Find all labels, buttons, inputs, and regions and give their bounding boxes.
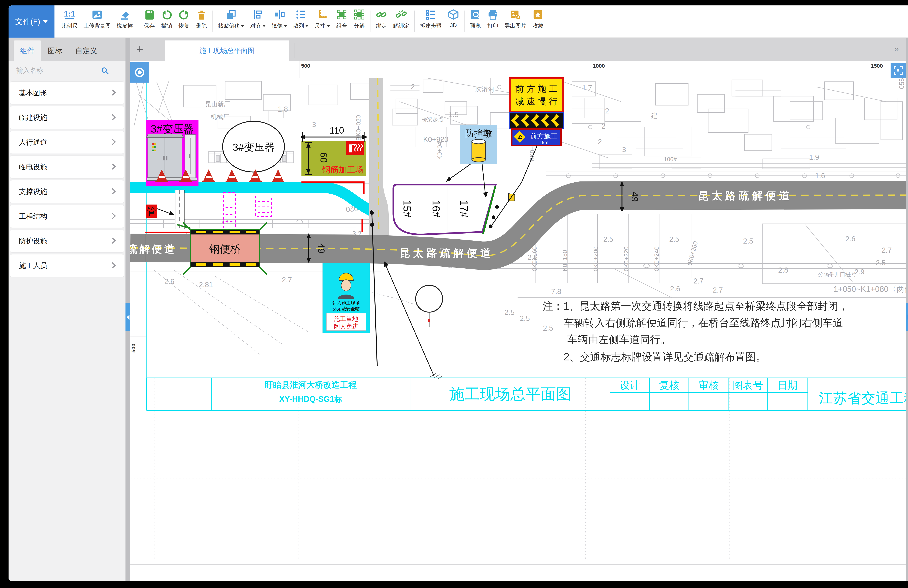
road-label-left: 疏解便道 <box>130 243 177 255</box>
chevron-right-icon <box>111 188 117 196</box>
sidebar-tab-components[interactable]: 组件 <box>14 40 41 61</box>
component-sidebar: 组件图标自定义 基本图形临建设施人行通道临电设施支撑设施工程结构防护设施施工人员 <box>8 38 126 581</box>
preview-label: 预览 <box>470 22 481 30</box>
paste-offset-button[interactable]: 粘贴偏移 <box>215 5 247 37</box>
category-工程结构[interactable]: 工程结构 <box>10 205 124 228</box>
align-button[interactable]: 对齐 <box>247 5 269 37</box>
cad-text-label: 2.5 <box>520 314 530 322</box>
collapse-left-handle[interactable] <box>126 303 130 331</box>
category-防护设施[interactable]: 防护设施 <box>10 230 124 252</box>
pipe-callout: 管 <box>146 204 175 218</box>
mirror-icon <box>274 9 285 20</box>
category-临建设施[interactable]: 临建设施 <box>10 106 124 129</box>
group-button[interactable]: 组合 <box>333 5 351 37</box>
group-icon <box>336 9 348 20</box>
upload-button[interactable]: 上传背景图 <box>80 5 114 37</box>
save-button[interactable]: 保存 <box>140 5 158 37</box>
export-button[interactable]: 导出图片 <box>502 5 529 37</box>
print-button[interactable]: 打印 <box>484 5 502 37</box>
transformer-area: 3#变压器 <box>147 120 198 186</box>
steps-icon <box>425 9 436 20</box>
steps-button[interactable]: 拆建步骤 <box>417 5 444 37</box>
ungroup-icon <box>353 9 365 20</box>
fit-view-button[interactable] <box>890 63 906 78</box>
category-施工人员[interactable]: 施工人员 <box>10 254 124 277</box>
cad-text-label: 建 <box>651 112 658 119</box>
file-menu-label: 文件(F) <box>15 16 40 27</box>
cad-text-label: K0+180 <box>561 250 568 272</box>
search-input[interactable] <box>16 63 102 79</box>
undo-button[interactable]: 撤销 <box>158 5 175 37</box>
title-header-design: 设计 <box>620 379 640 391</box>
pier-label-17: 17# <box>458 200 470 218</box>
tab-site-plan[interactable]: 施工现场总平面图 <box>165 40 289 61</box>
category-label: 支撑设施 <box>19 187 111 196</box>
cad-text-label: 2.81 <box>199 281 213 289</box>
ungroup-button[interactable]: 分解 <box>351 5 368 37</box>
sidebar-tab-icons[interactable]: 图标 <box>41 40 69 61</box>
canvas-column: + 施工现场总平面图 » <box>130 38 906 581</box>
dimension-button[interactable]: 尺寸 <box>312 5 333 37</box>
new-tab-button[interactable]: + <box>134 43 146 56</box>
toolbar-separator <box>138 11 138 32</box>
cad-text-label: 2.7 <box>713 286 723 294</box>
cad-text-label: 0K0+200 <box>592 246 599 272</box>
paste-offset-icon <box>225 9 237 20</box>
category-临电设施[interactable]: 临电设施 <box>10 156 124 178</box>
category-支撑设施[interactable]: 支撑设施 <box>10 180 124 203</box>
preview-button[interactable]: 预览 <box>467 5 484 37</box>
unbind-button[interactable]: 解绑定 <box>390 5 412 37</box>
steel-bridge-label: 钢便桥 <box>209 243 241 255</box>
eraser-button[interactable]: 橡皮擦 <box>114 5 136 37</box>
search-icon[interactable] <box>101 67 109 76</box>
scale-1-1-icon: 1:1 <box>64 9 76 20</box>
array-button[interactable]: 散列 <box>290 5 312 37</box>
pier-label-15: 15# <box>401 200 413 218</box>
save-label: 保存 <box>144 22 155 30</box>
chevron-right-icon <box>111 262 117 270</box>
dim-60-label: 60 <box>319 152 329 163</box>
transformer-ellipse: 3#变压器 <box>223 121 284 172</box>
drawing-viewport[interactable]: 昆山新厂机械厂1.832珠浴河1.5桥梁起点K0+9201.72223建106#… <box>130 61 906 564</box>
road-label-right: 昆 太 路 疏 解 便 道 <box>698 190 790 201</box>
chevron-right-icon <box>111 212 117 220</box>
dim-49-right-label: 49 <box>629 192 640 202</box>
align-icon <box>252 9 264 20</box>
target-circle-icon <box>134 67 145 78</box>
cad-text-label: K0+040 <box>436 138 443 160</box>
sign-yellow-line2: 减 速 慢 行 <box>515 96 557 106</box>
category-人行通道[interactable]: 人行通道 <box>10 131 124 154</box>
pedestrian-channel-road <box>130 187 382 215</box>
category-label: 人行通道 <box>19 137 111 147</box>
category-基本图形[interactable]: 基本图形 <box>10 82 124 104</box>
array-icon <box>295 9 307 20</box>
cad-text-label: 0K0+240 <box>653 246 660 272</box>
category-label: 施工人员 <box>19 261 111 271</box>
fit-corners-icon <box>893 65 903 76</box>
cad-text-label: 2.7 <box>282 276 292 284</box>
favorite-button[interactable]: 收藏 <box>529 5 547 37</box>
left-splitter[interactable] <box>126 38 130 581</box>
anti-collision-callout: 防撞墩 <box>446 125 497 198</box>
cad-text-label: 2.5 <box>543 324 553 332</box>
canvas-mode-button[interactable] <box>130 62 149 83</box>
mirror-button[interactable]: 镜像 <box>269 5 290 37</box>
bind-button[interactable]: 绑定 <box>373 5 390 37</box>
collapse-right-handle[interactable] <box>906 303 908 331</box>
cad-text-label: 1+050~K1+080〈两侧〉 <box>834 284 906 294</box>
redo-button[interactable]: 恢复 <box>175 5 193 37</box>
dim-49-left-label: 49 <box>316 243 326 253</box>
notes-block: 注：1、昆太路第一次交通转换将线路起点至桥梁终点段全部封闭， 车辆转入右侧疏解便… <box>543 300 848 363</box>
scale-button[interactable]: 1:1比例尺 <box>58 5 80 37</box>
right-splitter[interactable] <box>906 38 908 581</box>
3d-button[interactable]: 3D <box>444 5 462 37</box>
dimension-label: 尺寸 <box>314 22 330 30</box>
file-menu-button[interactable]: 文件(F) <box>8 5 55 38</box>
delete-button[interactable]: 删除 <box>193 5 210 37</box>
undo-label: 撤销 <box>161 22 172 30</box>
tabs-overflow-button[interactable]: » <box>894 44 899 53</box>
sidebar-tab-custom[interactable]: 自定义 <box>69 40 104 61</box>
link-icon <box>375 9 387 20</box>
export-image-icon <box>510 9 521 20</box>
pier-label-16: 16# <box>430 200 442 218</box>
